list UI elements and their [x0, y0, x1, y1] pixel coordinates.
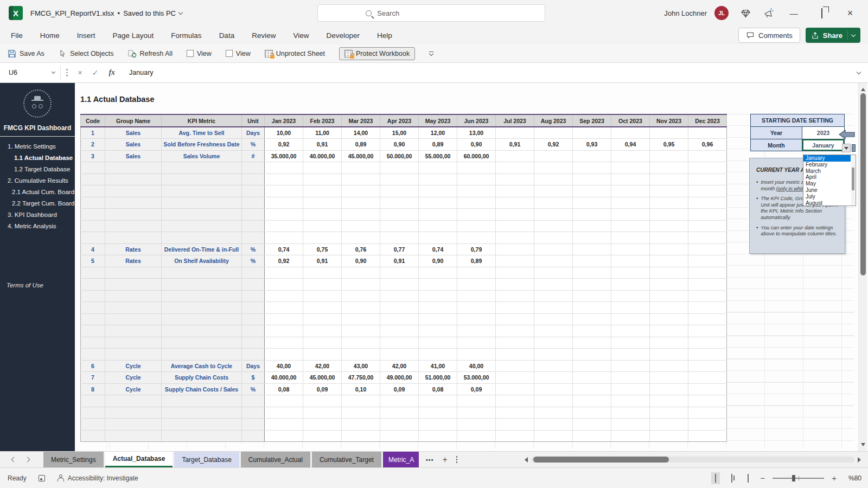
value-cell[interactable]: 0,75	[303, 243, 342, 255]
minimize-button[interactable]: —	[786, 9, 802, 18]
code-cell[interactable]: 2	[81, 139, 105, 151]
empty-value-cell[interactable]	[573, 349, 611, 361]
empty-value-cell[interactable]	[496, 220, 534, 232]
empty-value-cell[interactable]	[688, 232, 727, 244]
empty-value-cell[interactable]	[496, 185, 534, 197]
value-cell[interactable]	[496, 372, 534, 384]
empty-value-cell[interactable]	[496, 349, 534, 361]
empty-info-cell[interactable]	[162, 290, 242, 302]
empty-value-cell[interactable]	[496, 279, 534, 291]
empty-value-cell[interactable]	[419, 407, 457, 419]
value-cell[interactable]	[573, 383, 611, 395]
empty-value-cell[interactable]	[380, 174, 419, 185]
empty-value-cell[interactable]	[342, 337, 380, 349]
empty-value-cell[interactable]	[573, 232, 611, 244]
value-cell[interactable]	[496, 127, 534, 139]
empty-value-cell[interactable]	[496, 232, 534, 244]
value-cell[interactable]: 14,00	[342, 127, 380, 139]
empty-value-cell[interactable]	[650, 209, 688, 221]
empty-info-cell[interactable]	[81, 302, 105, 314]
empty-value-cell[interactable]	[573, 185, 611, 197]
empty-value-cell[interactable]	[611, 325, 650, 337]
empty-value-cell[interactable]	[457, 407, 496, 419]
empty-value-cell[interactable]	[265, 395, 303, 407]
value-cell[interactable]	[688, 360, 727, 372]
empty-value-cell[interactable]	[688, 395, 727, 407]
search-input[interactable]: Search	[317, 4, 545, 22]
value-cell[interactable]	[496, 243, 534, 255]
value-cell[interactable]	[534, 243, 573, 255]
value-cell[interactable]	[688, 127, 727, 139]
empty-info-cell[interactable]	[105, 337, 162, 349]
protect-workbook-button[interactable]: Protect Workbook	[339, 47, 415, 60]
empty-value-cell[interactable]	[573, 419, 611, 431]
empty-value-cell[interactable]	[457, 220, 496, 232]
empty-value-cell[interactable]	[688, 209, 727, 221]
more-sheets-icon[interactable]: •••	[426, 457, 434, 463]
toolbar-overflow-button[interactable]	[429, 52, 433, 55]
empty-value-cell[interactable]	[457, 185, 496, 197]
metric-cell[interactable]: Sold Before Freshness Date	[162, 139, 242, 151]
dropdown-option-march[interactable]: March	[803, 168, 851, 175]
value-cell[interactable]	[650, 255, 688, 267]
empty-value-cell[interactable]	[342, 267, 380, 279]
empty-value-cell[interactable]	[534, 162, 573, 174]
empty-info-cell[interactable]	[242, 267, 265, 279]
value-cell[interactable]: 0,92	[265, 255, 303, 267]
value-cell[interactable]: 60.000,00	[457, 150, 496, 162]
sidebar-item-1-metric-settings[interactable]: 1. Metric Settings	[0, 141, 75, 152]
empty-info-cell[interactable]	[242, 395, 265, 407]
dropdown-scrollbar[interactable]	[851, 156, 855, 205]
empty-info-cell[interactable]	[242, 290, 265, 302]
value-cell[interactable]	[611, 372, 650, 384]
value-cell[interactable]: 0,74	[419, 243, 457, 255]
menu-item-developer[interactable]: Developer	[326, 31, 360, 40]
empty-value-cell[interactable]	[650, 174, 688, 185]
vertical-scrollbar[interactable]	[858, 83, 867, 451]
empty-value-cell[interactable]	[688, 419, 727, 431]
zoom-out-button[interactable]: −	[760, 473, 765, 483]
empty-value-cell[interactable]	[419, 313, 457, 325]
empty-value-cell[interactable]	[265, 337, 303, 349]
dropdown-option-june[interactable]: June	[803, 187, 851, 194]
value-cell[interactable]: 0,09	[303, 383, 342, 395]
value-cell[interactable]	[534, 383, 573, 395]
sheet-tab-metric-settings[interactable]: Metric_Settings	[43, 452, 104, 467]
empty-info-cell[interactable]	[81, 197, 105, 209]
empty-value-cell[interactable]	[342, 313, 380, 325]
empty-value-cell[interactable]	[419, 290, 457, 302]
empty-info-cell[interactable]	[242, 185, 265, 197]
empty-value-cell[interactable]	[380, 232, 419, 244]
value-cell[interactable]	[573, 150, 611, 162]
empty-value-cell[interactable]	[496, 430, 534, 442]
empty-value-cell[interactable]	[534, 290, 573, 302]
value-cell[interactable]: 11,00	[303, 127, 342, 139]
value-cell[interactable]	[611, 127, 650, 139]
empty-value-cell[interactable]	[457, 430, 496, 442]
empty-value-cell[interactable]	[457, 162, 496, 174]
menu-item-insert[interactable]: Insert	[77, 31, 95, 40]
empty-value-cell[interactable]	[380, 197, 419, 209]
empty-value-cell[interactable]	[342, 290, 380, 302]
value-cell[interactable]	[496, 383, 534, 395]
empty-value-cell[interactable]	[688, 337, 727, 349]
empty-value-cell[interactable]	[534, 325, 573, 337]
value-cell[interactable]	[650, 127, 688, 139]
empty-value-cell[interactable]	[380, 162, 419, 174]
empty-value-cell[interactable]	[650, 162, 688, 174]
view-checkbox-2[interactable]: View	[226, 50, 251, 57]
empty-value-cell[interactable]	[688, 174, 727, 185]
empty-value-cell[interactable]	[611, 220, 650, 232]
select-objects-button[interactable]: Select Objects	[59, 49, 114, 57]
comments-button[interactable]: Comments	[738, 28, 800, 43]
unit-cell[interactable]: %	[242, 383, 265, 395]
empty-value-cell[interactable]	[611, 337, 650, 349]
empty-info-cell[interactable]	[81, 325, 105, 337]
empty-value-cell[interactable]	[650, 325, 688, 337]
value-cell[interactable]: 0,91	[496, 139, 534, 151]
empty-value-cell[interactable]	[688, 185, 727, 197]
empty-value-cell[interactable]	[573, 395, 611, 407]
value-cell[interactable]	[650, 150, 688, 162]
menu-item-file[interactable]: File	[11, 31, 23, 40]
empty-info-cell[interactable]	[81, 209, 105, 221]
